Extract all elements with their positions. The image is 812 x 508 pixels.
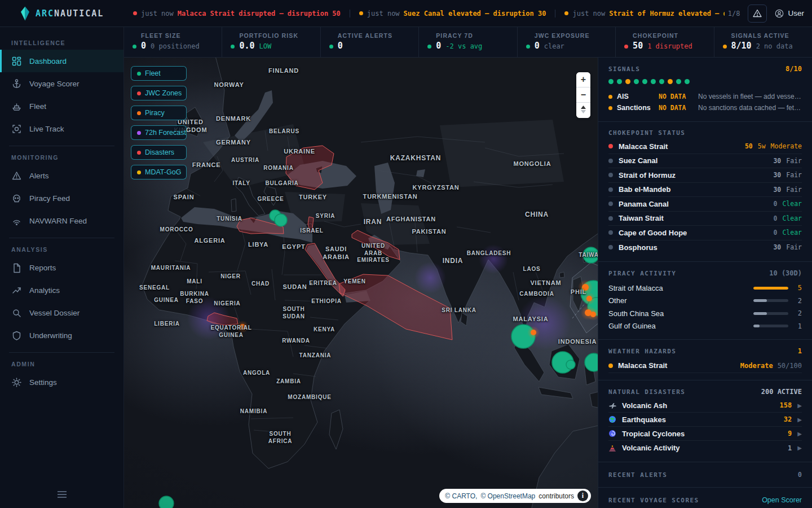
disaster-type: Tropical Cyclones bbox=[622, 430, 782, 438]
sidebar-item-analytics[interactable]: Analytics bbox=[0, 279, 123, 301]
incident-marker[interactable] bbox=[531, 330, 536, 335]
world-map[interactable]: FINLANDNORWAYUNITED KINGDOMDENMARKBELARU… bbox=[124, 58, 598, 508]
layer-dot bbox=[137, 111, 141, 115]
sidebar-item-piracy-feed[interactable]: Piracy Feed bbox=[0, 187, 123, 209]
chokepoint-score: 30 bbox=[773, 157, 781, 165]
chokepoint-values: 30Fair bbox=[773, 157, 802, 165]
chokepoint-row[interactable]: Strait of Hormuz30Fair bbox=[608, 168, 802, 183]
disaster-row[interactable]: Tropical Cyclones9▶ bbox=[608, 427, 802, 441]
forecast-hazard-glow bbox=[479, 244, 508, 274]
user-menu-button[interactable]: User bbox=[775, 9, 804, 18]
chokepoint-row[interactable]: Panama Canal0Clear bbox=[608, 197, 802, 212]
zoom-out-button[interactable]: − bbox=[576, 87, 590, 103]
cluster-marker[interactable] bbox=[583, 247, 598, 263]
layer-toggle-piracy[interactable]: Piracy bbox=[131, 106, 187, 120]
gear-icon bbox=[11, 377, 22, 388]
cluster-marker[interactable] bbox=[159, 496, 174, 508]
sidebar-item-voyage-scorer[interactable]: Voyage Scorer bbox=[0, 72, 123, 95]
layer-toggle-jwc-zones[interactable]: JWC Zones bbox=[131, 86, 187, 100]
chokepoint-row[interactable]: Bab el-Mandeb30Fair bbox=[608, 183, 802, 198]
sidebar-item-vessel-dossier[interactable]: Vessel Dossier bbox=[0, 301, 123, 324]
sidebar-item-label: Settings bbox=[29, 378, 57, 387]
ticker-item: just nowStrait of Hormuz elevated — disr… bbox=[555, 10, 724, 17]
weather-row: Malacca StraitModerate50/100 bbox=[608, 358, 802, 373]
sidebar-item-underwriting[interactable]: Underwriting bbox=[0, 324, 123, 347]
sidebar-divider bbox=[9, 352, 114, 353]
kpi-status-dot bbox=[427, 45, 431, 49]
pitch-toggle-button[interactable] bbox=[576, 103, 590, 118]
incident-marker[interactable] bbox=[240, 324, 245, 330]
chokepoint-section: CHOKEPOINT STATUS Malacca Strait505wMode… bbox=[598, 122, 812, 262]
chokepoint-name: Cape of Good Hope bbox=[619, 229, 767, 237]
ticker-item: just nowMalacca Strait disrupted — disru… bbox=[124, 10, 350, 17]
user-icon bbox=[775, 9, 784, 18]
incident-marker[interactable] bbox=[582, 284, 589, 291]
kpi-label: CHOKEPOINT bbox=[633, 32, 708, 39]
ticker-text: Strait of Hormuz elevated — disruption 3… bbox=[609, 10, 725, 17]
layer-label: 72h Forecast bbox=[145, 129, 186, 137]
piracy-bar bbox=[753, 325, 788, 327]
sidebar-item-live-track[interactable]: Live Track bbox=[0, 117, 123, 140]
sidebar-item-settings[interactable]: Settings bbox=[0, 371, 123, 393]
osm-link[interactable]: © OpenStreetMap bbox=[480, 492, 535, 500]
chokepoint-row[interactable]: Suez Canal30Fair bbox=[608, 154, 802, 169]
layer-toggle-mdat-gog[interactable]: MDAT-GoG bbox=[131, 165, 187, 179]
layer-toggle-fleet[interactable]: Fleet bbox=[131, 66, 187, 81]
kpi-value: 501 disrupted bbox=[633, 41, 708, 51]
disaster-type: Volcanic Ash bbox=[622, 401, 774, 410]
piracy-bar bbox=[753, 299, 788, 302]
layer-dot bbox=[137, 72, 141, 76]
cluster-marker[interactable] bbox=[566, 360, 575, 369]
sidebar-item-navwarn-feed[interactable]: NAVWARN Feed bbox=[0, 209, 123, 232]
chokepoint-row[interactable]: Bosphorus30Fair bbox=[608, 240, 802, 255]
kpi-value: 0.0LOW bbox=[239, 41, 314, 51]
sidebar-item-alerts[interactable]: Alerts bbox=[0, 164, 123, 187]
sidebar-item-label: Voyage Scorer bbox=[29, 80, 80, 88]
incident-marker[interactable] bbox=[586, 296, 592, 301]
disaster-type: Volcanic Activity bbox=[622, 444, 782, 452]
disaster-row[interactable]: Volcanic Ash158▶ bbox=[608, 398, 802, 413]
disaster-count: 32 bbox=[784, 415, 792, 423]
chokepoint-status: Fair bbox=[786, 157, 802, 165]
carto-link[interactable]: © CARTO, bbox=[445, 492, 477, 500]
layer-toggle-disasters[interactable]: Disasters bbox=[131, 145, 187, 160]
chokepoint-row[interactable]: Malacca Strait505wModerate bbox=[608, 139, 802, 154]
disaster-row[interactable]: Volcanic Activity1▶ bbox=[608, 441, 802, 455]
sidebar-item-dashboard[interactable]: Dashboard bbox=[0, 50, 123, 72]
cluster-marker[interactable] bbox=[275, 214, 287, 226]
attribution-text: contributors bbox=[539, 492, 574, 500]
open-scorer-link[interactable]: Open Scorer bbox=[762, 496, 802, 504]
layer-toggle-72h-forecast[interactable]: 72h Forecast bbox=[131, 125, 187, 140]
sidebar-item-label: Vessel Dossier bbox=[29, 309, 80, 317]
kpi-status-dot bbox=[624, 45, 628, 49]
signals-title: SIGNALS bbox=[608, 65, 640, 73]
incident-marker[interactable] bbox=[590, 312, 596, 317]
signal-description: No vessels in fleet — add vessels in Fle… bbox=[698, 93, 802, 100]
signal-dot bbox=[625, 79, 630, 84]
chokepoint-status-dot bbox=[608, 245, 613, 249]
sidebar-item-fleet[interactable]: Fleet bbox=[0, 95, 123, 117]
kpi-value: 8/102 no data bbox=[731, 41, 806, 51]
kpi-chokepoint: CHOKEPOINT501 disrupted bbox=[616, 27, 714, 57]
info-icon[interactable]: i bbox=[577, 491, 588, 501]
recent-alerts-title: RECENT ALERTS bbox=[608, 471, 667, 479]
signals-section: SIGNALS 8/10 AISNO DATANo vessels in fle… bbox=[598, 58, 812, 122]
shield-icon bbox=[11, 330, 22, 341]
disaster-row[interactable]: Earthquakes32▶ bbox=[608, 413, 802, 427]
recent-alerts-count: 0 bbox=[798, 471, 802, 479]
sidebar-item-reports[interactable]: Reports bbox=[0, 256, 123, 279]
chokepoint-row[interactable]: Taiwan Strait0Clear bbox=[608, 212, 802, 226]
sidebar-item-label: Analytics bbox=[29, 286, 60, 295]
kpi-label: SIGNALS ACTIVE bbox=[731, 32, 806, 39]
kpi-number: 0.0 bbox=[239, 41, 254, 51]
alerts-button[interactable] bbox=[748, 5, 767, 23]
sidebar-item-label: NAVWARN Feed bbox=[29, 217, 87, 225]
signals-count: 8/10 bbox=[785, 65, 802, 73]
signal-row: SanctionsNO DATANo sanctions data cached… bbox=[608, 102, 802, 113]
chokepoint-row[interactable]: Cape of Good Hope0Clear bbox=[608, 226, 802, 240]
zoom-in-button[interactable]: + bbox=[576, 72, 590, 87]
sidebar-collapse-button[interactable] bbox=[0, 487, 124, 502]
ticker-pager: 1/8 bbox=[728, 10, 740, 17]
disasters-title: NATURAL DISASTERS bbox=[608, 388, 685, 396]
piracy-row: South China Sea2 bbox=[608, 307, 802, 320]
